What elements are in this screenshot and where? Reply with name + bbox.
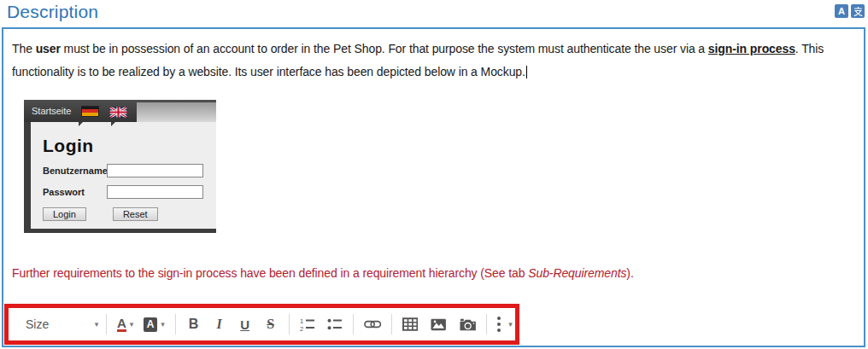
description-paragraph: The user must be in possession of an acc… [12,38,853,84]
italic-button[interactable]: I [209,312,230,336]
toolbar-separator [353,314,354,334]
mockup-login-button: Login [43,207,86,221]
note-italic-sub-requirements: Sub-Requirements [528,266,626,280]
marker-triangle [79,122,83,126]
login-mockup-image[interactable]: Startseite [24,100,216,233]
text-cursor [526,66,527,79]
mockup-tabbar-fill [137,102,216,122]
editor-toolbar: Size ▾ A ▾ A ▾ B I U S [9,308,515,340]
underline-button[interactable]: U [235,312,255,336]
toolbar-separator [391,314,392,334]
description-editor-panel: The user must be in possession of an acc… [2,27,865,347]
paragraph-text: The [12,42,36,55]
uk-flag-icon [109,106,127,117]
strikethrough-icon: S [267,317,274,332]
note-text: ). [626,266,633,280]
marker-triangle [111,122,115,126]
toolbar-separator [106,314,107,334]
chevron-down-icon: ▾ [130,320,134,329]
italic-icon: I [217,317,222,332]
toolbar-separator [289,314,290,334]
camera-button[interactable] [457,312,478,336]
chevron-down-icon: ▾ [95,320,99,329]
mockup-username-label: Benutzername [43,166,107,176]
rich-text-editor-area[interactable]: The user must be in possession of an acc… [3,29,864,346]
text-color-icon: A [117,317,126,332]
translate-a-icon[interactable]: A [835,4,848,18]
more-options-button[interactable]: ▾ [495,312,515,336]
text-color-button[interactable]: A ▾ [114,312,136,336]
font-size-combo-label: Size [26,317,49,331]
kebab-menu-icon [497,317,501,332]
mockup-username-input [107,164,203,177]
translate-lang-icon[interactable] [851,4,865,18]
chevron-down-icon: ▾ [161,320,165,329]
toolbar-separator [175,314,176,334]
mockup-tab-bar: Startseite [24,100,216,122]
description-page: Description A The user must be in posses… [0,0,868,349]
header-icon-group: A [835,4,865,18]
background-color-icon: A [144,317,157,332]
mockup-password-input [107,185,203,199]
annotation-highlight-box: Size ▾ A ▾ A ▾ B I U S [4,304,519,345]
mockup-password-label: Passwort [43,187,107,197]
page-title: Description [7,2,98,22]
bold-button[interactable]: B [184,312,204,336]
underline-icon: U [240,317,249,332]
svg-text:2: 2 [300,325,303,332]
chevron-down-icon: ▾ [508,320,513,329]
numbered-list-button[interactable]: 1 2 [297,312,318,336]
mockup-reset-button: Reset [113,207,158,221]
paragraph-text: must be in possession of an account to o… [61,42,708,55]
german-flag-icon [81,106,99,117]
strikethrough-button[interactable]: S [261,312,281,336]
bold-icon: B [189,317,199,332]
bold-word-user: user [36,42,61,55]
bullet-list-icon [327,317,343,331]
note-text: Further requirements to the sign-in proc… [12,266,528,280]
background-color-button[interactable]: A ▾ [141,312,167,336]
panel-header: Description A [0,0,868,27]
mockup-login-heading: Login [43,136,216,156]
link-button[interactable] [361,312,384,336]
font-size-combo[interactable]: Size ▾ [26,317,98,331]
image-button[interactable] [428,312,449,336]
bold-underline-signin-process: sign-in process [708,42,795,55]
numbered-list-icon: 1 2 [300,317,315,331]
table-icon [402,317,418,331]
mockup-tab-startseite: Startseite [24,106,71,116]
marker-triangle [26,122,30,126]
toolbar-separator [486,314,487,334]
image-icon [431,318,446,331]
mockup-content: Login Benutzername Passwort Login Reset [31,122,216,229]
further-requirements-note: Further requirements to the sign-in proc… [12,266,853,280]
table-button[interactable] [400,312,420,336]
bullet-list-button[interactable] [325,312,345,336]
link-icon [364,318,381,330]
camera-icon [460,318,476,331]
